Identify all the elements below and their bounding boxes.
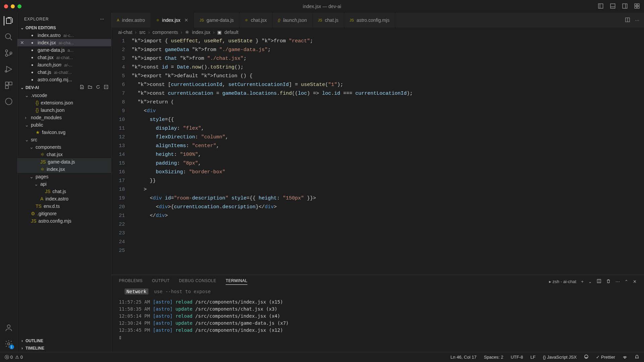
status-lang[interactable]: {} JavaScript JSX	[543, 355, 577, 360]
tree-item[interactable]: ⌄components	[17, 143, 111, 151]
extensions-icon[interactable]	[4, 81, 13, 90]
tree-item[interactable]: JSgame-data.js	[17, 158, 111, 166]
tree-item[interactable]: Aindex.astro	[17, 195, 111, 202]
tab-terminal[interactable]: TERMINAL	[226, 278, 247, 285]
tree-item[interactable]: {}extensions.json	[17, 99, 111, 106]
status-prettier[interactable]: ✓ Prettier	[596, 355, 615, 360]
breadcrumb[interactable]: ai-chat› src› components› ⚛ index.jsx› ▣…	[111, 28, 644, 37]
status-errors[interactable]: ⓧ 0 ⚠ 0	[5, 354, 23, 360]
editor-tab[interactable]: ⚛chat.jsx	[239, 13, 272, 28]
status-encoding[interactable]: UTF-8	[511, 355, 523, 360]
tree-item[interactable]: JSchat.js	[17, 188, 111, 195]
open-editor-item[interactable]: ●launch.json ai-...	[17, 61, 111, 69]
tree-item[interactable]: ⚙.gitignore	[17, 210, 111, 217]
tree-item[interactable]: JSastro.config.mjs	[17, 217, 111, 225]
new-folder-icon[interactable]	[88, 85, 92, 90]
terminal-dropdown-icon[interactable]: ⌄	[588, 279, 592, 284]
editor-tab[interactable]: ⚛index.jsx✕	[151, 13, 194, 28]
close-icon[interactable]: ✕	[20, 40, 25, 45]
editor-tab[interactable]: JSgame-data.js	[194, 13, 239, 28]
open-editor-item[interactable]: ●index.astro ai-c...	[17, 32, 111, 39]
tree-item[interactable]: ⚛chat.jsx	[17, 151, 111, 158]
svg-rect-6	[635, 4, 637, 6]
more-actions-icon[interactable]: ⋯	[635, 18, 639, 23]
tree-item[interactable]: ⌄pages	[17, 173, 111, 180]
svg-line-11	[10, 38, 12, 40]
search-icon[interactable]	[4, 32, 13, 42]
window-maximize[interactable]	[17, 4, 21, 8]
window-title: index.jsx — dev-ai	[303, 4, 341, 9]
status-eol[interactable]: LF	[531, 355, 536, 360]
tree-item[interactable]: ⌄.vscode	[17, 92, 111, 99]
editor-tab[interactable]: Aindex.astro	[111, 13, 151, 28]
titlebar: index.jsx — dev-ai	[0, 0, 644, 13]
open-editors-header[interactable]: ⌄OPEN EDITORS	[17, 24, 111, 32]
run-debug-icon[interactable]	[4, 64, 13, 74]
open-editor-item[interactable]: ●astro.config.mj...	[17, 76, 111, 83]
accounts-icon[interactable]	[4, 323, 13, 332]
status-spaces[interactable]: Spaces: 2	[484, 355, 503, 360]
maximize-panel-icon[interactable]: ⌃	[625, 279, 628, 284]
open-editor-item[interactable]: ●chat.jsx ai-chat...	[17, 54, 111, 61]
refresh-icon[interactable]	[96, 85, 100, 90]
tree-item[interactable]: ›node_modules	[17, 114, 111, 121]
svg-rect-19	[5, 86, 8, 89]
collapse-icon[interactable]	[104, 85, 108, 90]
open-editor-item[interactable]: ✕●index.jsx ai-cha...	[17, 39, 111, 46]
panel-tabs: PROBLEMS OUTPUT DEBUG CONSOLE TERMINAL ▸…	[111, 275, 644, 288]
toggle-primary-sidebar-icon[interactable]	[598, 3, 604, 10]
terminal-output[interactable]: Network use --host to expose 11:57:25 AM…	[111, 288, 644, 352]
tree-item[interactable]: ⌄src	[17, 136, 111, 143]
open-editor-item[interactable]: ●game-data.js a...	[17, 46, 111, 54]
status-cursor[interactable]: Ln 46, Col 17	[451, 355, 476, 360]
editor-tab[interactable]: JSchat.js	[313, 13, 344, 28]
tree-item[interactable]: ★favicon.svg	[17, 129, 111, 136]
remote-icon[interactable]	[4, 97, 13, 106]
split-terminal-icon[interactable]	[597, 279, 601, 284]
new-file-icon[interactable]	[80, 85, 84, 90]
tab-output[interactable]: OUTPUT	[152, 278, 170, 285]
svg-marker-15	[6, 66, 11, 72]
svg-point-12	[5, 50, 8, 52]
editor-tab[interactable]: JSastro.config.mjs	[344, 13, 395, 28]
outline-header[interactable]: ›OUTLINE	[17, 337, 111, 345]
tab-debug-console[interactable]: DEBUG CONSOLE	[179, 278, 216, 285]
svg-rect-9	[637, 6, 639, 8]
status-bell-icon[interactable]	[635, 354, 639, 360]
editor-zone: Aindex.astro⚛index.jsx✕JSgame-data.js⚛ch…	[111, 13, 644, 352]
sidebar-title: EXPLORER ⋯	[17, 13, 111, 24]
open-editor-item[interactable]: ●chat.js ai-chat/...	[17, 69, 111, 76]
tree-item[interactable]: TSenv.d.ts	[17, 202, 111, 210]
window-minimize[interactable]	[11, 4, 15, 8]
kill-terminal-icon[interactable]	[606, 279, 611, 284]
svg-point-20	[5, 98, 12, 105]
new-terminal-icon[interactable]: +	[581, 279, 584, 284]
code-editor[interactable]: 1234567891011121314151617181920212223242…	[111, 37, 644, 275]
source-control-icon[interactable]	[4, 48, 13, 58]
status-feedback-icon[interactable]	[584, 354, 589, 360]
split-editor-icon[interactable]	[625, 17, 630, 24]
editor-tab[interactable]: {}launch.json	[273, 13, 313, 28]
window-close[interactable]	[4, 4, 8, 8]
tree-item[interactable]: ⌄public	[17, 121, 111, 129]
tree-item[interactable]: {}launch.json	[17, 106, 111, 114]
svg-point-21	[7, 325, 10, 328]
toggle-secondary-sidebar-icon[interactable]	[622, 3, 628, 10]
svg-rect-18	[9, 82, 12, 85]
more-terminal-icon[interactable]: ⋯	[615, 279, 620, 284]
project-header[interactable]: ⌄DEV-AI	[17, 83, 111, 92]
close-icon[interactable]: ✕	[184, 17, 188, 23]
close-panel-icon[interactable]: ✕	[633, 279, 637, 284]
tree-item[interactable]: ⚛index.jsx	[17, 166, 111, 173]
toggle-panel-icon[interactable]	[610, 3, 616, 10]
tree-item[interactable]: ⌄api	[17, 180, 111, 188]
timeline-header[interactable]: ›TIMELINE	[17, 345, 111, 352]
more-icon[interactable]: ⋯	[100, 17, 104, 21]
status-broadcast-icon[interactable]	[623, 354, 627, 360]
explorer-icon[interactable]	[4, 16, 13, 26]
svg-point-22	[7, 343, 10, 345]
customize-layout-icon[interactable]	[634, 3, 640, 10]
settings-icon[interactable]: 1	[4, 339, 13, 349]
tab-problems[interactable]: PROBLEMS	[119, 278, 143, 285]
terminal-shell[interactable]: ▸ zsh - ai-chat	[549, 279, 576, 284]
